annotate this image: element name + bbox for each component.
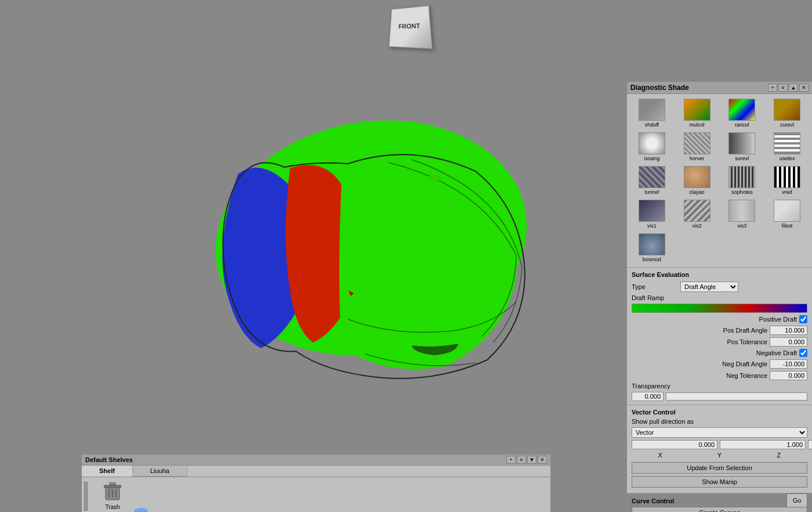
shader-usetex-thumb [774, 132, 800, 154]
pos-draft-angle-input[interactable] [770, 326, 807, 335]
vector-control-section: Vector Control Show pull direction as Ve… [627, 405, 812, 493]
pos-tolerance-row: Pos Tolerance [632, 337, 807, 347]
shader-rancol-thumb [728, 99, 755, 121]
indicator-circle [134, 508, 148, 512]
shader-vis3[interactable]: vis3 [721, 199, 764, 230]
shader-usetex[interactable]: usetex [766, 131, 809, 163]
viewport[interactable]: FRONT [0, 0, 626, 512]
shader-surevl-label: surevl [735, 156, 749, 161]
shelves-panel: Default Shelves + ≡ ▼ ✕ Shelf Liuuha [81, 454, 551, 512]
shelves-tabs: Shelf Liuuha [82, 466, 550, 477]
shader-sophotes[interactable]: sophotes [721, 165, 764, 196]
go-button-label: Go [793, 497, 802, 504]
vector-dropdown-row: Vector [632, 427, 807, 438]
curve-control-section: Curve Control Create Curves Delete Curve… [627, 493, 812, 512]
neg-tolerance-input[interactable] [770, 371, 807, 380]
shader-vis1[interactable]: vis1 [630, 199, 673, 230]
shader-tunnel[interactable]: tunnel [630, 165, 673, 196]
shelves-header: Default Shelves + ≡ ▼ ✕ [82, 455, 550, 466]
tab-liuuha[interactable]: Liuuha [133, 466, 187, 477]
pos-tolerance-input[interactable] [770, 337, 807, 347]
shader-horver[interactable]: horver [676, 131, 719, 163]
panel-btn-plus[interactable]: + [768, 84, 777, 92]
shader-grid: shdoff mulcol rancol curevl isoang horve… [627, 94, 812, 267]
shader-clayao-label: clayao [690, 189, 705, 195]
positive-draft-label: Positive Draft [632, 316, 797, 323]
shader-filest[interactable]: filest [766, 199, 809, 230]
shader-vis1-thumb [639, 200, 665, 222]
shader-horver-thumb [684, 132, 710, 154]
shelves-btn-down[interactable]: ▼ [527, 456, 536, 464]
shader-rancol-label: rancol [735, 122, 749, 128]
nav-cube-front-label: FRONT [398, 22, 420, 30]
show-pull-label: Show pull direction as [632, 418, 694, 425]
shader-curevl[interactable]: curevl [766, 98, 809, 129]
panel-btn-close[interactable]: ✕ [799, 84, 809, 92]
model-container [145, 70, 551, 406]
y-input[interactable] [720, 440, 806, 449]
shelf-item-trash[interactable]: Trash [98, 482, 127, 510]
create-curves-button[interactable]: Create Curves [632, 507, 807, 512]
shader-shdoff-thumb [639, 99, 665, 121]
shader-vred[interactable]: vred [766, 165, 809, 196]
nav-cube-label[interactable]: FRONT [389, 6, 432, 49]
shader-tunnel-label: tunnel [645, 189, 659, 195]
type-label: Type [632, 283, 678, 290]
show-manip-button[interactable]: Show Manip [632, 476, 807, 488]
shader-bosmod-label: bosmod [643, 257, 661, 262]
tab-shelf-label: Shelf [99, 467, 115, 474]
shader-vred-label: vred [782, 189, 792, 195]
shader-curevl-thumb [774, 99, 800, 121]
shader-tunnel-thumb [639, 166, 665, 188]
shelves-content: Trash [82, 477, 550, 512]
surface-evaluation-title: Surface Evaluation [632, 271, 807, 278]
positive-draft-checkbox[interactable] [799, 315, 807, 323]
shader-vis2[interactable]: vis2 [676, 199, 719, 230]
type-select[interactable]: Draft Angle [680, 282, 738, 292]
shader-mulcol[interactable]: mulcol [676, 98, 719, 129]
neg-draft-angle-input[interactable] [770, 359, 807, 369]
z-input[interactable] [808, 440, 812, 449]
shelves-scrollbar[interactable] [84, 482, 88, 511]
svg-rect-3 [110, 482, 115, 485]
shader-rancol[interactable]: rancol [721, 98, 764, 129]
panel-btn-menu[interactable]: ≡ [778, 84, 788, 92]
draft-ramp-row: Draft Ramp [632, 294, 807, 301]
show-pull-row: Show pull direction as [632, 418, 807, 425]
go-button[interactable]: Go [786, 493, 807, 507]
tab-shelf[interactable]: Shelf [82, 466, 133, 477]
transparency-input[interactable] [632, 392, 664, 401]
transparency-slider[interactable] [666, 392, 807, 401]
nav-cube[interactable]: FRONT [389, 6, 435, 52]
panel-btn-up[interactable]: ▲ [789, 84, 798, 92]
panel-title: Diagnostic Shade [630, 84, 689, 92]
negative-draft-checkbox[interactable] [799, 349, 807, 357]
shelves-btn-plus[interactable]: + [506, 456, 516, 464]
shader-vis2-thumb [684, 200, 710, 222]
shader-surevl[interactable]: surevl [721, 131, 764, 163]
shader-shdoff[interactable]: shdoff [630, 98, 673, 129]
vector-dropdown[interactable]: Vector [632, 427, 807, 438]
xyz-labels: X Y Z [632, 452, 807, 459]
positive-draft-row: Positive Draft [632, 315, 807, 323]
pos-tolerance-label: Pos Tolerance [632, 338, 767, 345]
transparency-row: Transparency [632, 383, 807, 390]
shader-bosmod[interactable]: bosmod [630, 232, 673, 264]
shader-bosmod-thumb [639, 233, 665, 255]
neg-draft-angle-row: Neg Draft Angle [632, 359, 807, 369]
shader-surevl-thumb [728, 132, 755, 154]
shader-vred-thumb [774, 166, 800, 188]
update-from-selection-button[interactable]: Update From Selection [632, 462, 807, 474]
shader-filest-thumb [774, 200, 800, 222]
shader-clayao[interactable]: clayao [676, 165, 719, 196]
trash-icon [102, 482, 123, 503]
shader-mulcol-thumb [684, 99, 710, 121]
shader-sophotes-label: sophotes [731, 189, 753, 195]
shader-sophotes-thumb [728, 166, 755, 188]
panel-header-buttons: + ≡ ▲ ✕ [768, 84, 809, 92]
shelves-btn-close[interactable]: ✕ [538, 456, 547, 464]
tab-liuuha-label: Liuuha [150, 467, 169, 474]
shader-isoang[interactable]: isoang [630, 131, 673, 163]
x-input[interactable] [632, 440, 717, 449]
shelves-btn-menu[interactable]: ≡ [517, 456, 526, 464]
